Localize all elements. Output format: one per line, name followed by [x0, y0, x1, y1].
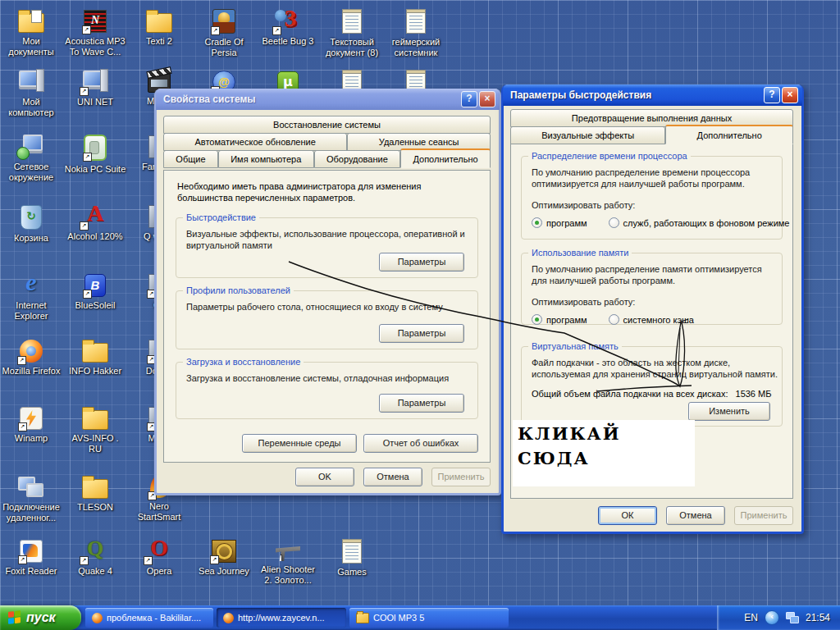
virtual-memory-group: Виртуальная память Файл подкачки - это о…: [521, 346, 783, 427]
parameters-button[interactable]: Параметры: [379, 324, 464, 343]
group-title: Загрузка и восстановление: [183, 357, 304, 367]
shortcut-arrow-icon: ↗: [210, 555, 219, 564]
desktop-icon-alcohol-120[interactable]: ↗Alcohol 120%: [64, 203, 126, 242]
network-tray-icon[interactable]: [786, 612, 799, 623]
desktop-icon-label: Alcohol 120%: [64, 231, 126, 242]
desktop-icon-cradle-of-persia[interactable]: ↗Cradle Of Persia: [193, 8, 255, 58]
shortcut-arrow-icon: ↗: [83, 153, 92, 162]
task-label: http://www.zaycev.n...: [238, 613, 325, 623]
desktop-icon-label: Mozilla Firefox: [0, 366, 62, 377]
taskbar-task-3[interactable]: COOl MP3 5: [349, 608, 509, 628]
desktop-icon-beetle-bug-3[interactable]: ↗Beetle Bug 3: [257, 8, 319, 47]
desktop-icon-opera[interactable]: ↗Opera: [128, 538, 190, 577]
start-button[interactable]: пуск: [0, 605, 81, 630]
environment-variables-button[interactable]: Переменные среды: [242, 434, 357, 453]
close-icon[interactable]: ×: [479, 91, 495, 107]
desktop-icon-internet-explorer[interactable]: Internet Explorer: [0, 272, 62, 322]
pagefile-total: Общий объем файла подкачки на всех диска…: [522, 380, 782, 399]
shortcut-arrow-icon: ↗: [83, 290, 92, 299]
desktop-icon-label: Internet Explorer: [0, 300, 62, 322]
opera-icon: ↗: [146, 538, 172, 563]
help-icon[interactable]: ?: [764, 87, 780, 103]
desktop-icon-mozilla-firefox[interactable]: ↗Mozilla Firefox: [0, 338, 62, 377]
sysprops-tab-имя-компьютера[interactable]: Имя компьютера: [218, 150, 314, 168]
desktop-icon-foxit-reader[interactable]: ↗Foxit Reader: [0, 538, 62, 577]
desktop-icon-label: Acoustica MP3 To Wave C...: [64, 36, 126, 57]
system-properties-tabs: Восстановление системыАвтоматическое обн…: [163, 116, 491, 167]
radio-icon[interactable]: [532, 217, 542, 228]
radio-option-служб-работающих-в-фоновом-режиме[interactable]: служб, работающих в фоновом режиме: [609, 217, 790, 228]
ie-icon: [18, 272, 44, 297]
sysprops-tab-дополнительно[interactable]: Дополнительно: [400, 148, 491, 168]
recycle-icon: [21, 205, 42, 230]
desktop-icon-avs-info-ru[interactable]: AVS-INFO . RU: [64, 405, 126, 454]
desktop-icon-winamp[interactable]: ↗Winamp: [0, 405, 62, 444]
ok-button[interactable]: OK: [295, 468, 354, 486]
desktop-icon-сетевое-окружение[interactable]: Сетевое окружение: [0, 134, 62, 183]
desktop-icon-uni-net[interactable]: ↗UNI NET: [64, 69, 126, 107]
desktop-icon-acoustica-mp3-to-wave-c[interactable]: ↗Acoustica MP3 To Wave C...: [64, 8, 126, 57]
system-properties-titlebar[interactable]: Свойства системы ? ×: [156, 89, 500, 110]
cancel-button[interactable]: Отмена: [363, 468, 422, 486]
apply-button: Применить: [734, 506, 793, 525]
desktop-icon-label: BlueSoleil: [64, 300, 126, 311]
desktop-icon-геймерский-системник[interactable]: геймерский системник: [385, 8, 447, 58]
performance-tabs: Предотвращение выполнения данныхВизуальн…: [510, 109, 793, 144]
sysprops-tab-восстановление-системы[interactable]: Восстановление системы: [163, 116, 491, 134]
perf-tab-дополнительно[interactable]: Дополнительно: [665, 125, 793, 144]
desktop-icon-label: Nokia PC Suite: [64, 164, 126, 175]
parameters-button[interactable]: Параметры: [379, 253, 464, 272]
shortcut-arrow-icon: ↗: [211, 26, 220, 35]
desktop-icon-alien-shooter-2-золото[interactable]: ↗Alien Shooter 2. Золото...: [257, 538, 319, 586]
optimize-label: Оптимизировать работу:: [522, 189, 782, 211]
sysprops-tab-автоматическое-обновление[interactable]: Автоматическое обновление: [163, 133, 347, 151]
radio-icon[interactable]: [532, 314, 542, 325]
radio-option-системного-кэша[interactable]: системного кэша: [609, 314, 694, 325]
radio-icon[interactable]: [609, 217, 619, 228]
shortcut-arrow-icon: ↗: [82, 25, 91, 34]
perf-tab-визуальные-эффекты[interactable]: Визуальные эффекты: [510, 126, 665, 144]
sysprops-tab-оборудование[interactable]: Оборудование: [314, 150, 401, 168]
window-title: Параметры быстродействия: [510, 89, 762, 101]
performance-options-titlebar[interactable]: Параметры быстродействия ? ×: [503, 84, 802, 106]
desktop-icon-мой-компьютер[interactable]: Мой компьютер: [0, 69, 62, 118]
desktop-icon-текстовый-документ-8[interactable]: Текстовый документ (8): [321, 8, 383, 58]
group-title: Быстродействие: [183, 212, 259, 222]
desktop-icon-label: Quake 4: [64, 566, 126, 577]
perf-tab-row: Визуальные эффектыДополнительно: [510, 126, 793, 144]
taskbar-task-1[interactable]: проблемка - Bakililar....: [85, 608, 213, 628]
cancel-button[interactable]: Отмена: [666, 506, 725, 525]
desktop-icon-sea-journey[interactable]: ↗Sea Journey: [193, 538, 255, 577]
optimize-label: Оптимизировать работу:: [522, 286, 782, 308]
radio-option-программ[interactable]: программ: [532, 217, 587, 228]
click-here-overlay: КЛИКАЙ СЮДА: [513, 420, 695, 486]
parameters-button[interactable]: Параметры: [379, 394, 464, 413]
radio-label: служб, работающих в фоновом режиме: [623, 218, 790, 228]
radio-option-программ[interactable]: программ: [532, 314, 587, 325]
close-icon[interactable]: ×: [782, 87, 798, 103]
desktop-icon-мои-документы[interactable]: Мои документы: [0, 8, 62, 57]
desktop-icon-nokia-pc-suite[interactable]: ↗Nokia PC Suite: [64, 134, 126, 175]
sysprops-tab-общие[interactable]: Общие: [163, 150, 218, 168]
alcohol-icon: ↗: [82, 203, 108, 228]
pagefile-total-value: 1536 МБ: [736, 389, 772, 399]
ok-button[interactable]: ОК: [598, 506, 657, 525]
change-button[interactable]: Изменить: [688, 402, 770, 421]
desktop-icon-info-hakker[interactable]: INFO Hakker: [64, 338, 126, 377]
desktop-icon-bluesoleil[interactable]: ↗BlueSoleil: [64, 272, 126, 311]
desktop-icon-tleson[interactable]: TLESON: [64, 474, 126, 513]
winamp-icon: ↗: [20, 407, 43, 430]
sysprops-tab-row: Восстановление системы: [163, 116, 491, 134]
desktop-icon-quake-4[interactable]: ↗Quake 4: [64, 538, 126, 577]
hide-icons-chevron[interactable]: ‹: [765, 610, 779, 625]
desktop-icon-label: Winamp: [0, 433, 62, 444]
desktop-icon-games[interactable]: Games: [321, 538, 383, 578]
desktop-icon-texti-2[interactable]: Texti 2: [128, 8, 190, 47]
error-reporting-button[interactable]: Отчет об ошибках: [363, 434, 478, 453]
desktop-icon-подключение-удаленног[interactable]: Подключение удаленног...: [0, 474, 62, 523]
desktop-icon-корзина[interactable]: Корзина: [0, 203, 62, 244]
help-icon[interactable]: ?: [461, 91, 477, 107]
language-indicator[interactable]: EN: [744, 612, 758, 623]
radio-icon[interactable]: [609, 314, 619, 325]
taskbar-task-2[interactable]: http://www.zaycev.n...: [217, 608, 346, 628]
